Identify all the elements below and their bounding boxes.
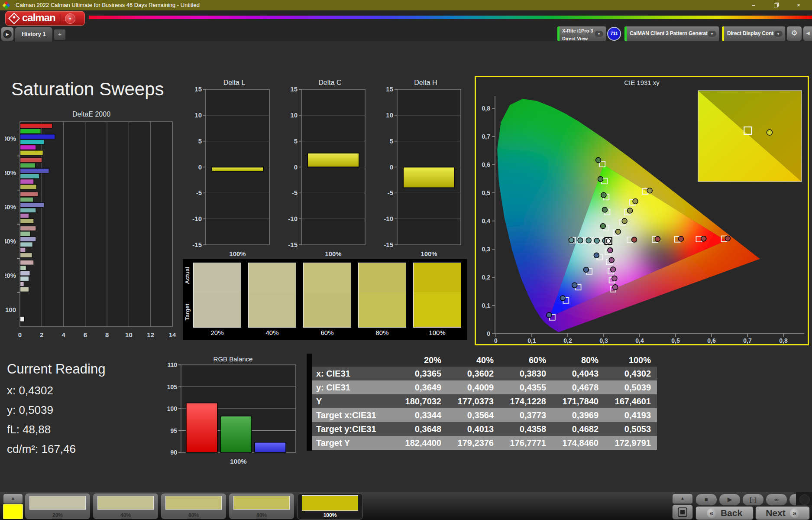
meter-status-accent	[557, 26, 560, 41]
svg-text:-10: -10	[384, 215, 393, 222]
table-header-row: 20%40%60%80%100%	[312, 354, 657, 367]
actual-target-swatch: 60%	[303, 263, 351, 337]
svg-text:105: 105	[167, 384, 178, 390]
svg-text:-5: -5	[388, 189, 393, 196]
svg-text:80%: 80%	[5, 169, 16, 176]
pattern-swatch-80%[interactable]: 80%	[229, 494, 294, 519]
add-tab-button[interactable]: +	[54, 29, 66, 40]
swatch-percent-label: 60%	[303, 328, 351, 337]
stop-button[interactable]: ■	[696, 494, 717, 506]
close-button[interactable]: ×	[788, 0, 809, 10]
stop-measure-button[interactable]	[672, 504, 693, 520]
svg-text:15: 15	[194, 87, 202, 93]
svg-text:-15: -15	[288, 241, 298, 248]
pattern-generator-name: CalMAN Client 3 Pattern Generator	[630, 26, 708, 40]
svg-text:15: 15	[290, 87, 298, 93]
svg-text:4: 4	[61, 331, 65, 338]
next-arrow-icon: »	[790, 508, 799, 518]
table-row: Target x:CIE310,33440,35640,37730,39690,…	[312, 408, 657, 422]
pattern-status-accent	[624, 26, 627, 41]
svg-text:-15: -15	[192, 241, 202, 248]
svg-text:6: 6	[84, 331, 87, 338]
bottom-bar: ▲ 20%40%60%80%100% ▲ ■▶[–]∞↻ « Back Next…	[0, 492, 812, 520]
single-measure-button[interactable]: [–]	[742, 494, 764, 506]
meter-mode: Direct View	[562, 36, 588, 41]
reading-fl: fL: 48,88	[7, 423, 51, 436]
svg-text:0,8: 0,8	[779, 337, 788, 344]
delta-l-chart[interactable]: -15-10-5051015100%	[191, 87, 278, 260]
brand-row: calman ▾	[0, 10, 812, 27]
column-header: 60%	[500, 355, 552, 365]
svg-text:0: 0	[390, 163, 393, 171]
deltae-2000-chart[interactable]: 02468101214100%80%60%40%20%100	[5, 119, 178, 342]
restore-button[interactable]	[765, 0, 787, 10]
pattern-swatch-40%[interactable]: 40%	[93, 494, 158, 519]
column-header: 80%	[552, 355, 605, 365]
tab-scroll-button[interactable]: ▶	[1, 27, 14, 41]
column-header: 20%	[395, 355, 447, 365]
pattern-swatch-20%[interactable]: 20%	[25, 494, 90, 519]
next-button[interactable]: Next »	[755, 506, 810, 520]
tab-history-1[interactable]: History 1	[15, 27, 53, 42]
svg-text:100%: 100%	[229, 250, 246, 257]
svg-text:5: 5	[198, 137, 202, 145]
restore-icon	[774, 3, 779, 7]
column-header: 100%	[605, 355, 657, 365]
delta-h-chart[interactable]: -15-10-5051015100%	[382, 87, 469, 260]
svg-text:0,3: 0,3	[482, 246, 491, 253]
svg-text:0,1: 0,1	[482, 302, 491, 309]
calman-logo-button[interactable]: calman ▾	[5, 11, 85, 26]
expand-swatches-button[interactable]: ▲	[3, 494, 23, 504]
toolbar-row: ▶ History 1 + X-Rite i1Pro 3 Direct View…	[0, 27, 812, 41]
meter-count-badge[interactable]: 711	[607, 27, 621, 41]
minimize-button[interactable]: –	[743, 0, 764, 10]
meter-select[interactable]: X-Rite i1Pro 3 Direct View ▾	[557, 26, 606, 42]
table-row: Target Y182,4400179,2376176,7771174,8460…	[312, 436, 657, 450]
play-button[interactable]: ▶	[719, 494, 741, 506]
delta-c-chart[interactable]: -15-10-5051015100%	[287, 87, 373, 260]
swatch-percent-label: 20%	[193, 328, 241, 337]
svg-text:-5: -5	[292, 189, 298, 196]
continuous-measure-button[interactable]: ∞	[766, 494, 787, 506]
gear-icon: ⚙	[791, 29, 797, 37]
svg-text:0,7: 0,7	[482, 133, 491, 140]
chevron-down-icon: ▾	[595, 31, 603, 37]
pattern-generator-select[interactable]: CalMAN Client 3 Pattern Generator ▾	[624, 26, 719, 42]
svg-text:20%: 20%	[5, 272, 16, 279]
svg-text:0,2: 0,2	[482, 274, 491, 281]
cie-1931-chart: 00,10,20,30,40,50,60,70,800,10,20,30,40,…	[476, 77, 808, 344]
svg-text:0: 0	[487, 330, 490, 337]
reading-x: x: 0,4302	[7, 384, 53, 397]
swatch-percent-label: 80%	[358, 328, 406, 337]
window-title: Calman 2022 Calman Ultimate for Business…	[16, 0, 200, 10]
display-control-select[interactable]: Direct Display Control ▾	[721, 26, 786, 42]
stop-measure-icon	[678, 507, 687, 517]
chevron-down-icon: ▾	[774, 31, 783, 37]
svg-text:0,6: 0,6	[707, 337, 716, 344]
svg-text:12: 12	[147, 331, 154, 338]
pattern-swatch-100%[interactable]: 100%	[297, 494, 363, 520]
actual-target-swatch: 80%	[358, 263, 406, 337]
pattern-swatch-60%[interactable]: 60%	[161, 494, 226, 519]
svg-text:5: 5	[390, 137, 393, 145]
reading-y: y: 0,5039	[7, 403, 53, 417]
results-table: 20%40%60%80%100%x: CIE310,33650,36020,38…	[312, 354, 657, 450]
reading-cdm2: cd/m²: 167,46	[7, 442, 76, 456]
current-pattern-color	[3, 504, 23, 519]
calman-mark-icon	[8, 13, 20, 24]
cie-1931-panel[interactable]: CIE 1931 xy 00,10,20,30,40,50,60,70,800,…	[475, 76, 809, 345]
table-edge-strip	[307, 354, 312, 451]
back-button[interactable]: « Back	[696, 506, 754, 520]
expand-controls-button[interactable]: ▲	[672, 494, 693, 504]
rgb-balance-chart[interactable]: 9095100105110100%	[164, 362, 302, 464]
svg-text:0,2: 0,2	[563, 337, 572, 344]
back-arrow-icon: «	[707, 508, 716, 518]
chevron-down-icon: ▾	[708, 31, 716, 37]
chevron-down-icon: ▾	[69, 16, 71, 21]
collapse-panel-button[interactable]: ◀	[803, 26, 812, 41]
settings-button[interactable]: ⚙	[786, 26, 802, 41]
display-control-name: Direct Display Control	[727, 26, 774, 40]
logo-dropdown-button[interactable]: ▾	[65, 13, 75, 24]
actual-row-label: Actual	[184, 277, 191, 284]
rgb-balance-title: RGB Balance	[164, 355, 302, 363]
